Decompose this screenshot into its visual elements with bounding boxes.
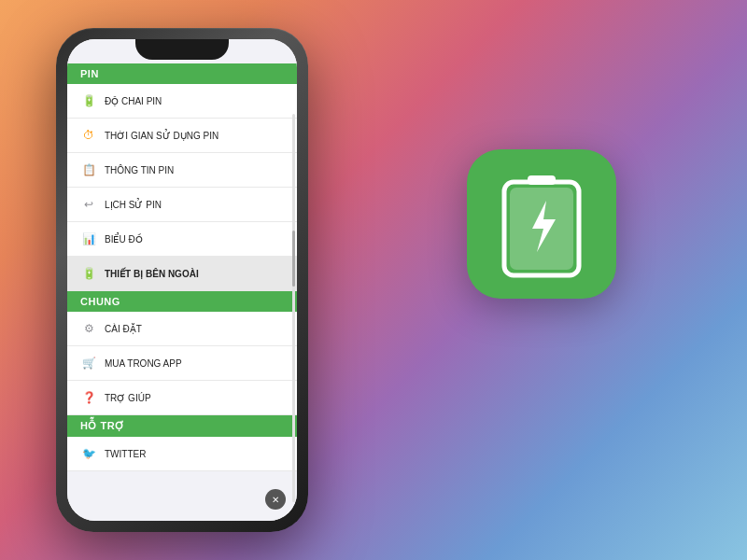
label-thong-tin-pin: THÔNG TIN PIN xyxy=(105,165,174,175)
app-icon xyxy=(467,149,616,299)
icon-tro-giup: ❓ xyxy=(80,389,97,406)
menu-item-mua-trong-app[interactable]: 🛒MUA TRONG APP xyxy=(67,346,297,381)
label-do-chai-pin: ĐỘ CHAI PIN xyxy=(105,96,162,106)
phone-frame: PIN🔋ĐỘ CHAI PIN⏱THỜI GIAN SỬ DỤNG PIN📋TH… xyxy=(56,28,308,532)
icon-thoi-gian-su-dung: ⏱ xyxy=(80,127,97,144)
label-thoi-gian-su-dung: THỜI GIAN SỬ DỤNG PIN xyxy=(105,131,218,141)
phone-inner: PIN🔋ĐỘ CHAI PIN⏱THỜI GIAN SỬ DỤNG PIN📋TH… xyxy=(67,39,297,521)
app-icon-container xyxy=(467,149,616,299)
menu-item-lich-su-pin[interactable]: ↩LỊCH SỬ PIN xyxy=(67,188,297,222)
label-cai-dat: CÀI ĐẶT xyxy=(105,324,142,334)
label-thiet-bi-ben-ngoai: THIẾT BỊ BÊN NGOÀI xyxy=(105,269,199,279)
label-mua-trong-app: MUA TRONG APP xyxy=(105,358,182,369)
close-button[interactable]: ✕ xyxy=(265,489,286,510)
section-header-chung: CHUNG xyxy=(67,291,297,312)
battery-icon xyxy=(495,168,588,280)
menu-item-twitter[interactable]: 🐦TWITTER xyxy=(67,437,297,471)
label-bieu-do: BIỂU ĐỒ xyxy=(105,234,143,245)
scroll-thumb xyxy=(292,231,295,287)
icon-bieu-do: 📊 xyxy=(80,231,97,247)
menu-item-thiet-bi-ben-ngoai[interactable]: 🔋THIẾT BỊ BÊN NGOÀI xyxy=(67,257,297,291)
menu-item-do-chai-pin[interactable]: 🔋ĐỘ CHAI PIN xyxy=(67,84,297,119)
label-tro-giup: TRỢ GIÚP xyxy=(105,393,151,403)
icon-lich-su-pin: ↩ xyxy=(80,196,97,213)
icon-thong-tin-pin: 📋 xyxy=(80,161,97,178)
scroll-indicator xyxy=(292,114,295,502)
icon-cai-dat: ⚙ xyxy=(80,320,97,337)
icon-mua-trong-app: 🛒 xyxy=(80,355,97,371)
screen: PIN🔋ĐỘ CHAI PIN⏱THỜI GIAN SỬ DỤNG PIN📋TH… xyxy=(67,39,297,521)
label-lich-su-pin: LỊCH SỬ PIN xyxy=(105,200,162,210)
phone-outer: PIN🔋ĐỘ CHAI PIN⏱THỜI GIAN SỬ DỤNG PIN📋TH… xyxy=(56,28,308,532)
menu-item-thoi-gian-su-dung[interactable]: ⏱THỜI GIAN SỬ DỤNG PIN xyxy=(67,119,297,153)
icon-do-chai-pin: 🔋 xyxy=(80,92,97,109)
svg-rect-1 xyxy=(528,175,556,185)
icon-thiet-bi-ben-ngoai: 🔋 xyxy=(80,265,97,282)
menu-item-tro-giup[interactable]: ❓TRỢ GIÚP xyxy=(67,381,297,415)
label-twitter: TWITTER xyxy=(105,449,146,459)
menu-item-cai-dat[interactable]: ⚙CÀI ĐẶT xyxy=(67,312,297,346)
icon-twitter: 🐦 xyxy=(80,445,97,462)
section-header-pin: PIN xyxy=(67,63,297,84)
phone-notch xyxy=(135,39,229,60)
menu-item-thong-tin-pin[interactable]: 📋THÔNG TIN PIN xyxy=(67,153,297,188)
menu-item-bieu-do[interactable]: 📊BIỂU ĐỒ xyxy=(67,222,297,257)
section-header-ho-tro: HỖ TRỢ xyxy=(67,415,297,437)
